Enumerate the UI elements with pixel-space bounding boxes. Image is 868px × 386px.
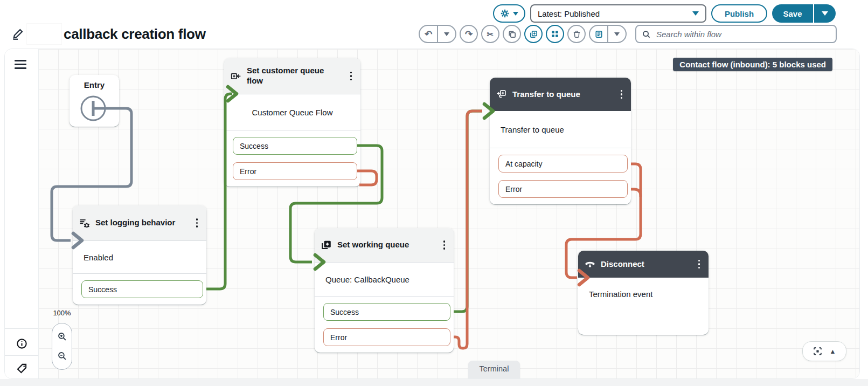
canvas-toolbar: ↶ ↷ ✂ [419,25,837,43]
output-success[interactable]: Success [233,137,357,155]
titlebar: callback creation flow Latest: Published… [0,0,868,49]
zoom-in-icon [57,332,67,342]
zoom-out-icon [57,351,67,361]
chevron-down-icon [692,11,699,16]
blocks-layer: Entry Set customer queue flow Customer Q… [4,49,860,379]
block-entry[interactable]: Entry [70,75,119,127]
flow-title-group: callback creation flow [12,24,206,44]
left-sidebar [5,49,39,378]
flow-search [635,25,837,43]
output-error[interactable]: Error [233,162,357,180]
block-set-logging-behavior[interactable]: Set logging behavior Enabled Success [73,205,206,305]
fit-view-icon [813,347,822,356]
flow-type-badge: Contact flow (inbound): 5 blocks used [673,58,832,71]
block-summary: Queue: CallbackQueue [315,263,454,296]
block-set-customer-queue-flow[interactable]: Set customer queue flow Customer Queue F… [224,58,360,187]
version-selector[interactable]: Latest: Published [530,4,706,23]
paste-block-button[interactable] [524,25,543,43]
save-button[interactable]: Save [772,4,813,23]
block-summary: Termination event [578,278,709,335]
block-title: Transfer to queue [512,89,613,100]
tag-icon [16,363,27,374]
block-title: Entry [70,80,119,89]
chevron-down-icon [822,11,828,16]
chevron-down-icon [614,32,620,36]
fit-view-button[interactable] [813,347,822,356]
collapse-panel-button[interactable]: ▲ [830,348,836,355]
triangle-up-icon: ▲ [830,348,836,355]
copy-icon [508,30,517,39]
edit-title-icon[interactable] [12,28,24,40]
block-summary: Customer Queue Flow [224,94,360,130]
chevron-down-icon [513,12,518,16]
output-success[interactable]: Success [323,303,450,321]
notes-split-button [589,25,627,43]
block-menu-button[interactable] [194,216,200,230]
header-actions: Latest: Published Publish Save [493,4,836,23]
version-selector-value: Latest: Published [538,9,600,18]
tags-button[interactable] [16,363,27,374]
output-at-capacity[interactable]: At capacity [498,155,628,173]
redacted-flow-name [27,24,61,44]
output-error[interactable]: Error [498,180,628,198]
chevron-down-icon [444,32,449,36]
notes-icon [594,30,603,39]
delete-button[interactable] [567,25,586,43]
block-menu-button[interactable] [696,258,703,271]
block-terminal[interactable]: Terminal [468,361,520,379]
contact-flow-editor: callback creation flow Latest: Published… [0,0,868,386]
flow-notes-button[interactable] [590,26,607,42]
canvas-view-controls: ▲ [802,341,846,361]
block-summary: Enabled [73,241,206,273]
grid-icon [551,30,559,38]
zoom-in-button[interactable] [57,332,67,342]
set-working-queue-icon [321,240,332,251]
gear-icon [500,9,510,18]
block-disconnect[interactable]: Disconnect Termination event [578,251,709,335]
save-menu-button[interactable] [813,4,836,23]
flow-settings-button[interactable] [493,4,525,23]
notes-menu-button[interactable] [607,26,626,42]
undo-menu-button[interactable] [437,26,455,42]
info-icon [16,338,27,349]
search-icon [642,30,651,39]
cut-button[interactable]: ✂ [481,25,499,43]
divider [5,328,38,329]
page-title: callback creation flow [64,26,206,43]
horizontal-scrollbar-track[interactable] [0,379,868,386]
set-customer-queue-flow-icon [231,71,241,81]
block-title: Set customer queue flow [247,66,343,86]
transfer-to-queue-icon [496,89,507,100]
block-menu-button[interactable] [348,70,355,83]
zoom-level: 100% [52,309,72,317]
arrange-blocks-button[interactable] [546,25,564,43]
divider [5,355,38,356]
output-success[interactable]: Success [81,280,203,298]
menu-icon[interactable] [15,60,26,71]
redo-icon: ↷ [465,30,473,39]
block-set-working-queue[interactable]: Set working queue Queue: CallbackQueue S… [315,228,454,353]
output-error[interactable]: Error [323,328,450,346]
undo-split-button: ↶ [419,25,456,43]
undo-button[interactable]: ↶ [420,26,437,42]
paste-block-icon [529,30,538,39]
zoom-controls [52,323,72,370]
block-summary: Transfer to queue [490,111,631,148]
set-logging-behavior-icon [79,218,90,229]
publish-button[interactable]: Publish [711,4,767,23]
block-title: Set logging behavior [95,218,189,228]
search-input[interactable] [655,29,830,39]
redo-button[interactable]: ↷ [460,25,478,43]
disconnect-icon [585,259,595,270]
undo-icon: ↶ [425,30,432,39]
trash-icon [572,30,581,39]
save-split-button: Save [772,4,836,23]
flow-canvas[interactable]: Entry Set customer queue flow Customer Q… [4,49,860,379]
block-title: Disconnect [601,259,691,270]
copy-button[interactable] [503,25,521,43]
zoom-out-button[interactable] [57,351,67,361]
block-menu-button[interactable] [619,88,625,101]
block-menu-button[interactable] [441,238,448,252]
block-transfer-to-queue[interactable]: Transfer to queue Transfer to queue At c… [490,78,631,204]
info-button[interactable] [16,338,27,349]
